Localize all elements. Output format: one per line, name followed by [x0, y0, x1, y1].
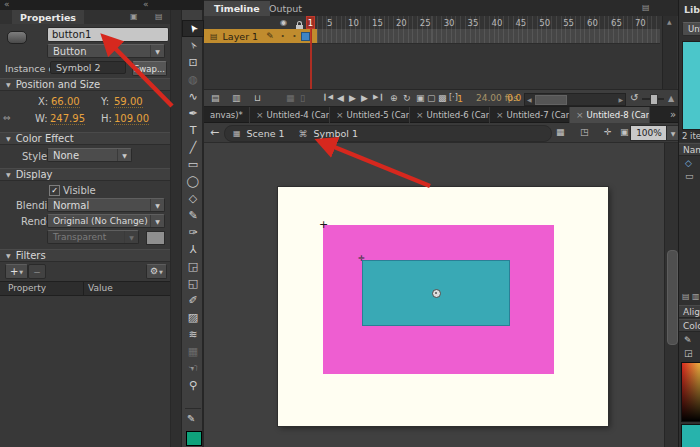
document-tab[interactable]: × Untitled-5 (Canvas)* — [330, 107, 410, 123]
edit-symbols-button[interactable]: ◳ — [580, 127, 589, 137]
eyedropper-tool[interactable]: ✐ — [182, 292, 204, 309]
current-frame-value[interactable]: 1 — [457, 93, 463, 104]
breadcrumb-symbol[interactable]: Symbol 1 — [314, 128, 358, 139]
reset-zoom-icon[interactable]: ↺ — [630, 93, 638, 103]
stage-scrollbar[interactable] — [664, 143, 679, 447]
instance-name-input[interactable] — [47, 27, 169, 42]
tab-properties[interactable]: Properties — [12, 10, 84, 24]
close-tab-icon[interactable]: × — [416, 110, 424, 120]
filter-options-button[interactable]: ⚙ ▼ — [146, 264, 167, 279]
hand-tool[interactable]: ☜ — [182, 360, 204, 377]
tab-output[interactable]: Output — [259, 1, 312, 16]
document-tab[interactable]: × Untitled-4 (Canvas)* — [250, 107, 330, 123]
zoom-slider-knob[interactable] — [650, 94, 658, 105]
document-tab[interactable]: × Untitled-7 (Canvas)* — [490, 107, 570, 123]
step-forward-button[interactable]: ▶ — [361, 94, 368, 103]
loop-button[interactable]: ↻ — [403, 94, 411, 103]
document-tab[interactable]: × Untitled-8 (Canvas)* — [570, 107, 650, 123]
stage-pasteboard[interactable]: + ✛ — [204, 143, 680, 447]
panel-menu-icon[interactable]: ▤ — [155, 12, 163, 21]
library-document-dropdown[interactable]: Untitled-8 — [682, 22, 700, 36]
scroll-left-icon[interactable]: ◀ — [527, 96, 532, 103]
section-filters[interactable]: ▼ Filters — [0, 249, 170, 262]
back-button[interactable]: ← — [210, 126, 219, 139]
link-width-height-icon[interactable]: ⇔ — [3, 113, 11, 123]
color-panel-header[interactable]: Color — [679, 319, 700, 332]
rectangle-tool[interactable]: ▭ — [182, 156, 204, 173]
x-value[interactable]: 66.00 — [51, 96, 80, 108]
collapse-panel-icon[interactable]: « — [4, 0, 10, 9]
oval-tool[interactable]: ◯ — [182, 173, 204, 190]
library-new-folder-icon[interactable]: ▥ — [692, 292, 700, 301]
add-filter-button[interactable]: + ▼ — [5, 264, 28, 279]
remove-filter-button[interactable]: − — [28, 264, 46, 279]
breadcrumb-scene[interactable]: Scene 1 — [247, 128, 285, 139]
new-layer-button[interactable]: ▤ — [211, 94, 220, 103]
section-color-effect[interactable]: ▼ Color Effect — [0, 132, 170, 145]
layer-outline-color-swatch[interactable] — [301, 32, 310, 41]
scroll-up-icon[interactable]: ▲ — [667, 18, 672, 25]
subselection-tool[interactable]: ➢ — [182, 37, 204, 54]
keyframe-cell[interactable] — [312, 29, 317, 43]
line-tool[interactable]: ╱ — [182, 139, 204, 156]
layer-visibility-dot-icon[interactable]: · — [281, 31, 285, 42]
pencil-tool[interactable]: ✎ — [182, 207, 204, 224]
layer-frames-strip[interactable] — [312, 29, 660, 44]
color-fill-bucket-icon[interactable]: ◲ — [684, 348, 693, 358]
color-spectrum[interactable] — [681, 362, 700, 422]
layer-row[interactable]: ▤ Layer 1 ✎ · · — [204, 29, 311, 43]
layer-lock-dot-icon[interactable]: · — [292, 31, 296, 42]
color-stroke-pencil-icon[interactable]: ✎ — [684, 335, 692, 345]
library-new-symbol-icon[interactable]: ▤ — [682, 292, 690, 301]
h-value[interactable]: 109.00 — [114, 113, 149, 125]
render-dropdown[interactable]: Original (No Change) ▼ — [47, 214, 165, 228]
fill-color-swatch[interactable] — [186, 431, 202, 446]
go-to-first-frame-button[interactable]: ❙◀ — [322, 94, 333, 101]
document-tab[interactable]: × Untitled-6 (Canvas)* — [410, 107, 490, 123]
onion-marker-icon[interactable]: ▯ — [300, 94, 305, 103]
width-tool[interactable]: ≋ — [182, 326, 204, 343]
new-folder-button[interactable]: ▥ — [232, 94, 241, 103]
onion-skin-button[interactable]: ▣ — [416, 94, 425, 103]
close-tab-icon[interactable]: × — [336, 110, 344, 120]
stage-zoom-dropdown[interactable]: 100% — [630, 125, 668, 141]
clip-content-button[interactable]: ▣ — [620, 127, 629, 137]
edit-multiple-frames-button[interactable]: ▩ — [438, 94, 447, 103]
step-back-button[interactable]: ◀ — [337, 94, 344, 103]
layer-name[interactable]: Layer 1 — [223, 31, 259, 42]
timeline-zoom-slider[interactable] — [642, 98, 664, 100]
rotation-3d-tool[interactable]: ◍ — [182, 71, 204, 88]
library-name-column-header[interactable]: Name — [679, 143, 700, 156]
stage-canvas[interactable]: + ✛ — [278, 187, 608, 426]
close-tab-icon[interactable]: × — [256, 110, 264, 120]
show-hide-all-layers-icon[interactable]: ◉ — [280, 18, 287, 27]
close-tab-icon[interactable]: × — [496, 110, 504, 120]
eraser-tool[interactable]: ▨ — [182, 309, 204, 326]
timeline-panel-menu-icon[interactable]: ▤ — [642, 3, 650, 12]
section-position-size[interactable]: ▼ Position and Size — [0, 78, 170, 91]
edit-scene-button[interactable]: ▦ — [556, 127, 565, 137]
stroke-color-pencil-icon[interactable]: ✎ — [187, 413, 195, 424]
collapse-panel-icon[interactable]: « — [143, 0, 149, 9]
paint-bucket-tool[interactable]: ◲ — [182, 258, 204, 275]
lasso-tool[interactable]: ∿ — [182, 88, 204, 105]
play-button[interactable]: ▶ — [349, 94, 356, 103]
bone-tool[interactable]: ⅄ — [182, 241, 204, 258]
instance-of-field[interactable]: Symbol 2 — [50, 61, 126, 74]
selection-tool[interactable]: ➤ — [182, 20, 204, 37]
align-panel-header[interactable]: Align — [679, 305, 700, 318]
center-stage-button[interactable]: ✛ — [604, 127, 612, 137]
y-value[interactable]: 59.00 — [114, 96, 143, 108]
color-current-swatch[interactable] — [681, 424, 700, 447]
registration-point[interactable] — [432, 289, 441, 298]
document-tab-partial[interactable]: anvas)* — [204, 107, 250, 123]
zoom-max-icon[interactable]: ▲ — [668, 94, 674, 103]
symbol-type-dropdown[interactable]: Button ▼ — [47, 44, 165, 58]
style-dropdown[interactable]: None ▼ — [47, 148, 132, 162]
frame-ruler[interactable]: 1510152025303540455055606570 — [312, 16, 660, 30]
center-frame-button[interactable]: ⊕ — [390, 94, 398, 103]
zoom-tool[interactable]: ⚲ — [182, 377, 204, 394]
blending-dropdown[interactable]: Normal ▼ — [47, 198, 165, 212]
section-display[interactable]: ▼ Display — [0, 168, 170, 181]
go-to-last-frame-button[interactable]: ▶❙ — [373, 94, 384, 101]
